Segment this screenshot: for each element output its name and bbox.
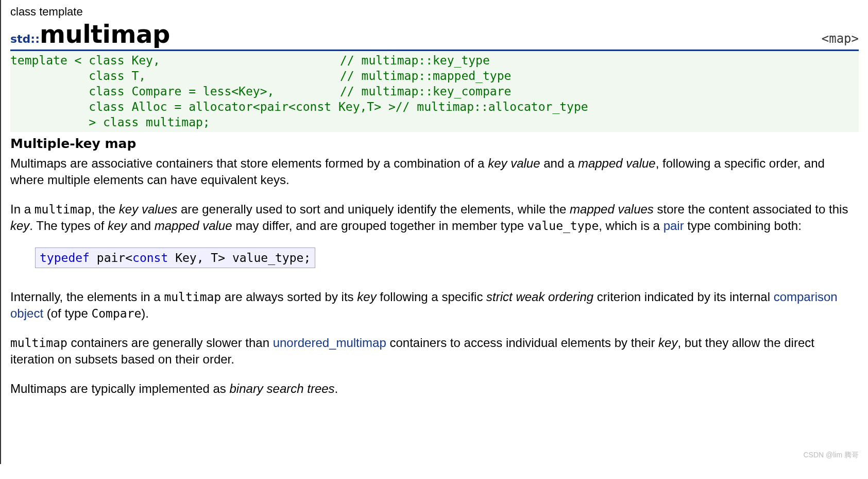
class-name: multimap [40,20,170,48]
p3-swo: strict weak ordering [486,290,593,304]
p2-kv: key values [119,202,177,216]
syn-l3a: class Compare = less<Key>, [10,84,340,100]
p1-t1: Multimaps are associative containers tha… [10,156,488,170]
p2-t1: In a [10,202,35,216]
td-mid: pair< [90,251,132,265]
p3-t3: following a specific [377,290,486,304]
p5-t2: . [335,382,338,395]
watermark-text: CSDN @lim 腾哥 [803,451,859,460]
p5-t1: Multimaps are typically implemented as [10,382,230,395]
paragraph-5: Multimaps are typically implemented as b… [10,381,859,397]
header-include-link[interactable]: <map> [822,31,859,46]
p2-mv2: mapped value [155,219,232,233]
syn-l2a: class T, [10,69,340,84]
p5-bst: binary search trees [230,382,335,395]
td-rest: Key, T> value_type; [168,251,311,265]
section-heading: Multiple-key map [10,136,859,151]
p2-t3: are generally used to sort and uniquely … [177,202,570,216]
p2-key: key [10,219,29,233]
paragraph-2: In a multimap, the key values are genera… [10,201,859,234]
syn-l1a: template < class Key, [10,53,340,69]
p1-mapped-value: mapped value [578,156,656,170]
p3-t4: criterion indicated by its internal [593,290,774,304]
p4-t1: containers are generally slower than [67,336,273,350]
p3-cmpt: Compare [91,307,141,320]
title-name: std:: multimap [10,20,170,48]
syn-l4a: class Alloc = allocator<pair<const Key,T… [10,100,396,115]
typedef-block: typedef pair<const Key, T> value_type; [35,247,859,268]
p1-t2: and a [540,156,578,170]
p2-key2: key [108,219,127,233]
p2-t6: and [127,219,154,233]
p2-t9: type combining both: [684,219,802,233]
class-kind-label: class template [10,5,859,19]
typedef-code: typedef pair<const Key, T> value_type; [35,247,315,268]
syn-l3b: // multimap::key_compare [340,85,511,98]
paragraph-3: Internally, the elements in a multimap a… [10,289,859,322]
p2-t8: , which is a [599,219,663,233]
title-row: std:: multimap <map> [10,20,859,51]
p2-mv: mapped values [570,202,654,216]
unordered-multimap-link[interactable]: unordered_multimap [273,336,386,350]
paragraph-4: multimap containers are generally slower… [10,335,859,367]
syn-l2b: // multimap::mapped_type [340,69,511,82]
p3-t5: (of type [43,306,91,320]
kw-typedef: typedef [40,251,90,265]
p2-t4: store the content associated to this [654,202,848,216]
p2-m1: multimap [35,203,92,216]
p3-key: key [357,290,376,304]
p2-t7: may differ, and are grouped together in … [232,219,527,233]
namespace-label: std:: [10,32,40,45]
p3-m1: multimap [164,290,221,304]
paragraph-1: Multimaps are associative containers tha… [10,155,859,187]
template-synopsis: template < class Key,// multimap::key_ty… [10,51,859,132]
syn-l1b: // multimap::key_type [340,54,490,67]
p4-m1: multimap [10,336,67,350]
p3-t1: Internally, the elements in a [10,290,164,304]
p2-t5: . The types of [29,219,108,233]
p2-vt: value_type [527,219,599,233]
p4-t2: containers to access individual elements… [386,336,658,350]
p2-t2: , the [91,202,118,216]
p3-t6: ). [141,306,149,320]
syn-l4b: // multimap::allocator_type [396,100,588,113]
kw-const: const [132,251,168,265]
syn-l5: > class multimap; [10,115,210,129]
pair-link[interactable]: pair [663,219,684,233]
p4-key: key [658,336,677,350]
p3-t2: are always sorted by its [221,290,357,304]
p1-key-value: key value [488,156,540,170]
